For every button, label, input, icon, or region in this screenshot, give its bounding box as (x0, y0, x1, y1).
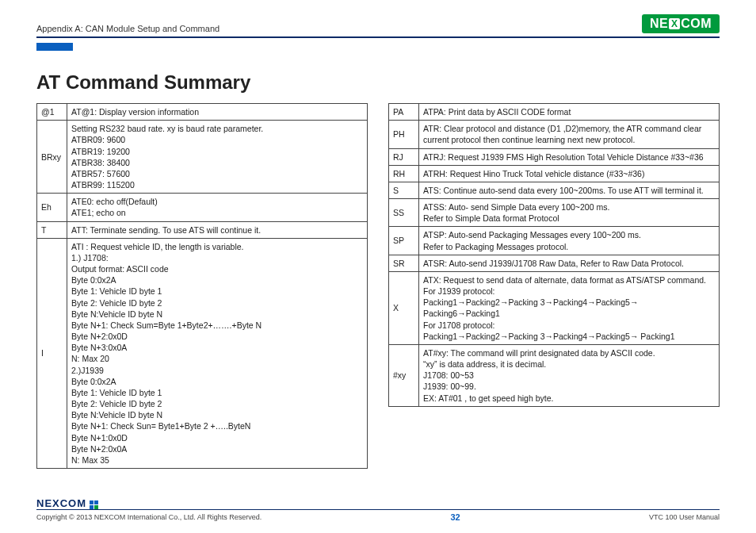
cmd-desc: ATT: Terminate sending. To use ATS will … (67, 221, 368, 238)
cmd-desc: ATRJ: Request J1939 FMS High Resolution … (419, 148, 720, 165)
cmd-desc: Setting RS232 baud rate. xy is baud rate… (67, 121, 368, 194)
nexcom-logo: NE X COM (642, 14, 720, 33)
cmd-desc: ATE0: echo off(Default) ATE1; echo on (67, 194, 368, 221)
cmd-key: SS (389, 199, 419, 227)
cmd-desc: ATSS: Auto- send Simple Data every 100~2… (419, 199, 720, 227)
cmd-key: RH (389, 165, 419, 182)
table-row: PAATPA: Print data by ASCII CODE format (389, 104, 720, 121)
cmd-key: #xy (389, 344, 419, 406)
footer-logo: NEXCOM (36, 497, 86, 509)
table-row: SPATSP: Auto-send Packaging Messages eve… (389, 227, 720, 255)
header-rule (36, 36, 720, 38)
right-command-table: PAATPA: Print data by ASCII CODE formatP… (388, 103, 720, 407)
footer-rule (36, 509, 720, 510)
cmd-desc: ATI : Request vehicle ID, the length is … (67, 238, 368, 468)
cmd-key: T (37, 221, 67, 238)
footer-logo-x-icon: X (52, 497, 60, 509)
page-footer: NEXCOM Copyright © 2013 NEXCOM Internati… (36, 497, 720, 522)
table-row: RHATRH: Request Hino Truck Total vehicle… (389, 165, 720, 182)
cmd-desc: ATX: Request to send data of alternate, … (419, 271, 720, 344)
cmd-desc: ATPA: Print data by ASCII CODE format (419, 104, 720, 121)
table-row: SRATSR: Auto-send J1939/J1708 Raw Data, … (389, 255, 720, 271)
table-row: TATT: Terminate sending. To use ATS will… (37, 221, 368, 238)
cmd-key: @1 (37, 104, 67, 121)
cmd-desc: ATSR: Auto-send J1939/J1708 Raw Data, Re… (419, 255, 720, 271)
doc-name: VTC 100 User Manual (649, 513, 720, 521)
cmd-desc: ATRH: Request Hino Truck Total vehicle d… (419, 165, 720, 182)
cmd-key: X (389, 271, 419, 344)
cmd-key: PA (389, 104, 419, 121)
page-number: 32 (450, 512, 460, 522)
page-title: AT Command Summary (36, 71, 720, 94)
left-command-table: @1AT@1: Display version informationBRxyS… (36, 103, 368, 469)
table-row: IATI : Request vehicle ID, the length is… (37, 238, 368, 468)
copyright-text: Copyright © 2013 NEXCOM International Co… (36, 513, 262, 521)
footer-squares-icon (90, 500, 99, 509)
table-row: BRxySetting RS232 baud rate. xy is baud … (37, 121, 368, 194)
cmd-key: Eh (37, 194, 67, 221)
cmd-desc: AT@1: Display version information (67, 104, 368, 121)
cmd-key: SR (389, 255, 419, 271)
footer-logo-post: COM (60, 497, 86, 509)
cmd-key: BRxy (37, 121, 67, 194)
cmd-key: I (37, 238, 67, 468)
table-row: @1AT@1: Display version information (37, 104, 368, 121)
footer-logo-pre: NE (36, 497, 52, 509)
cmd-desc: AT#xy: The command will print designated… (419, 344, 720, 406)
cmd-desc: ATSP: Auto-send Packaging Messages every… (419, 227, 720, 255)
logo-x-icon: X (669, 18, 680, 29)
table-row: PHATR: Clear protocol and distance (D1 ,… (389, 121, 720, 148)
table-row: XATX: Request to send data of alternate,… (389, 271, 720, 344)
table-row: #xyAT#xy: The command will print designa… (389, 344, 720, 406)
table-row: SATS: Continue auto-send data every 100~… (389, 182, 720, 198)
header-tab-stub (36, 43, 73, 51)
cmd-desc: ATS: Continue auto-send data every 100~2… (419, 182, 720, 198)
logo-text-pre: NE (650, 17, 668, 31)
cmd-key: SP (389, 227, 419, 255)
logo-text-post: COM (681, 17, 712, 31)
table-row: RJATRJ: Request J1939 FMS High Resolutio… (389, 148, 720, 165)
table-row: SSATSS: Auto- send Simple Data every 100… (389, 199, 720, 227)
table-row: EhATE0: echo off(Default) ATE1; echo on (37, 194, 368, 221)
cmd-key: RJ (389, 148, 419, 165)
cmd-key: S (389, 182, 419, 198)
cmd-key: PH (389, 121, 419, 148)
cmd-desc: ATR: Clear protocol and distance (D1 ,D2… (419, 121, 720, 148)
appendix-title: Appendix A: CAN Module Setup and Command (36, 24, 220, 33)
